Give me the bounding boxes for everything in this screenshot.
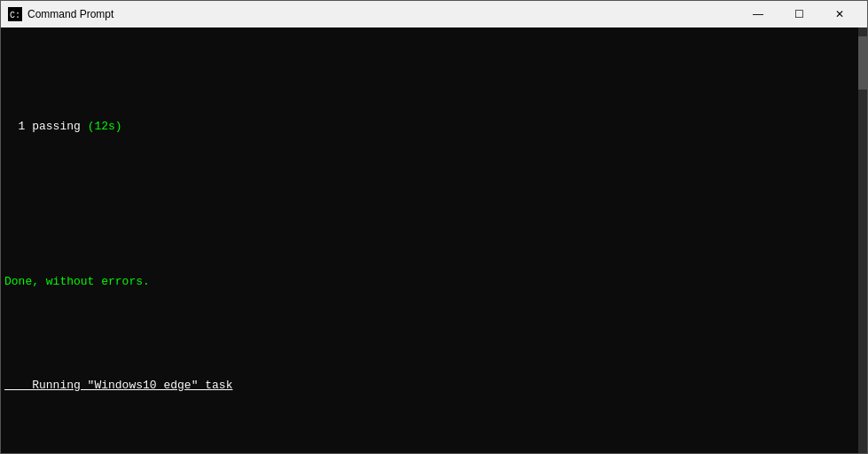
minimize-button[interactable]: — — [738, 1, 778, 27]
scrollbar[interactable] — [858, 27, 867, 453]
window: C: Command Prompt — ☐ ✕ 1 passing (12s) … — [0, 0, 868, 454]
window-controls: — ☐ ✕ — [738, 1, 860, 27]
line — [4, 169, 853, 187]
line-done-1: Done, without errors. — [4, 273, 853, 291]
terminal: 1 passing (12s) Done, without errors. Ru… — [1, 27, 867, 453]
line-task-windows10: Running "Windows10 edge" task — [4, 377, 853, 395]
line — [4, 66, 853, 83]
close-button[interactable]: ✕ — [819, 1, 860, 27]
title-bar: C: Command Prompt — ☐ ✕ — [1, 1, 867, 27]
line — [4, 325, 853, 343]
maximize-button[interactable]: ☐ — [778, 1, 819, 27]
cmd-icon: C: — [8, 7, 22, 21]
line — [4, 222, 853, 239]
line — [4, 429, 853, 447]
window-title: Command Prompt — [27, 8, 738, 20]
line: 1 passing (12s) — [4, 118, 853, 136]
scrollbar-thumb[interactable] — [858, 36, 867, 90]
terminal-content: 1 passing (12s) Done, without errors. Ru… — [4, 31, 864, 453]
svg-text:C:: C: — [10, 11, 20, 20]
